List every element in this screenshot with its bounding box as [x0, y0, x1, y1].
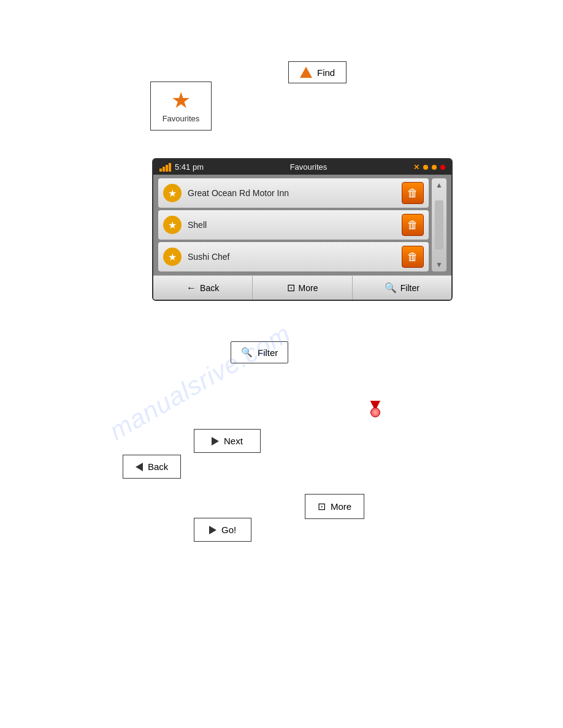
scrollbar[interactable]: ▲ ▼: [432, 178, 446, 271]
signal-bars-icon: [159, 163, 171, 172]
more-icon: ⊡: [287, 282, 295, 294]
filter-button[interactable]: 🔍 Filter: [231, 341, 288, 363]
back-label: Back: [148, 461, 168, 472]
device-filter-label: Filter: [400, 283, 419, 293]
go-label: Go!: [221, 525, 236, 535]
status-title: Favourites: [290, 162, 327, 172]
list-item[interactable]: ★ Sushi Chef 🗑: [158, 242, 429, 271]
go-button[interactable]: Go!: [194, 518, 251, 542]
favourites-icon-box[interactable]: ★ Favourites: [150, 82, 212, 131]
delete-button[interactable]: 🗑: [402, 214, 424, 236]
back-button[interactable]: Back: [123, 455, 181, 479]
signal-x-icon: ✕: [413, 163, 419, 172]
favourite-star-icon: ★: [163, 216, 182, 234]
go-arrow-icon: [209, 526, 216, 534]
more-button[interactable]: ⊡ More: [305, 494, 364, 519]
star-icon: ★: [171, 89, 191, 112]
delete-button[interactable]: 🗑: [402, 182, 424, 204]
delete-button[interactable]: 🗑: [402, 246, 424, 268]
find-label: Find: [317, 67, 335, 78]
item-name: Sushi Chef: [188, 252, 396, 262]
list-item[interactable]: ★ Great Ocean Rd Motor Inn 🗑: [158, 178, 429, 208]
device-more-label: More: [299, 283, 318, 293]
filter-search-icon: 🔍: [385, 282, 397, 294]
filter-label: Filter: [258, 347, 278, 358]
more-icon: ⊡: [318, 501, 326, 512]
favourite-star-icon: ★: [163, 184, 182, 202]
item-name: Shell: [188, 220, 396, 230]
alert-circle: [370, 408, 380, 417]
next-button[interactable]: Next: [194, 429, 261, 453]
device-back-button[interactable]: ← Back: [153, 276, 253, 300]
watermark: manualsrive.com: [104, 319, 296, 446]
device-nav-bar: ← Back ⊡ More 🔍 Filter: [153, 275, 451, 300]
item-name: Great Ocean Rd Motor Inn: [188, 188, 396, 198]
list-item[interactable]: ★ Shell 🗑: [158, 210, 429, 240]
dot-icon-2: [432, 165, 437, 170]
scroll-track: [435, 200, 443, 249]
status-icons: ✕: [413, 163, 445, 172]
navigation-triangle-icon: [300, 67, 312, 78]
scroll-up-icon[interactable]: ▲: [435, 181, 443, 189]
favourites-label: Favourites: [163, 114, 200, 123]
favourite-star-icon: ★: [163, 248, 182, 266]
device-more-button[interactable]: ⊡ More: [253, 276, 352, 300]
status-bar: 5:41 pm Favourites ✕: [153, 159, 451, 175]
find-button[interactable]: Find: [288, 61, 347, 83]
next-arrow-icon: [212, 437, 219, 446]
favourites-list: ★ Great Ocean Rd Motor Inn 🗑 ★ Shell 🗑 ★…: [158, 178, 429, 271]
next-label: Next: [224, 436, 243, 446]
search-icon: 🔍: [241, 347, 253, 358]
status-time: 5:41 pm: [175, 162, 204, 172]
more-label: More: [331, 501, 351, 512]
back-arrow-icon: ←: [186, 282, 196, 294]
favourites-list-area: ★ Great Ocean Rd Motor Inn 🗑 ★ Shell 🗑 ★…: [153, 175, 451, 275]
device-back-label: Back: [200, 283, 219, 293]
back-arrow-icon: [136, 463, 143, 471]
dot-icon-1: [423, 165, 428, 170]
device-filter-button[interactable]: 🔍 Filter: [353, 276, 451, 300]
device-screen: 5:41 pm Favourites ✕ ★ Great Ocean Rd Mo…: [152, 158, 453, 301]
scroll-down-icon[interactable]: ▼: [435, 260, 443, 269]
dot-icon-red: [440, 165, 445, 170]
alert-icon: ▼: [367, 395, 384, 415]
